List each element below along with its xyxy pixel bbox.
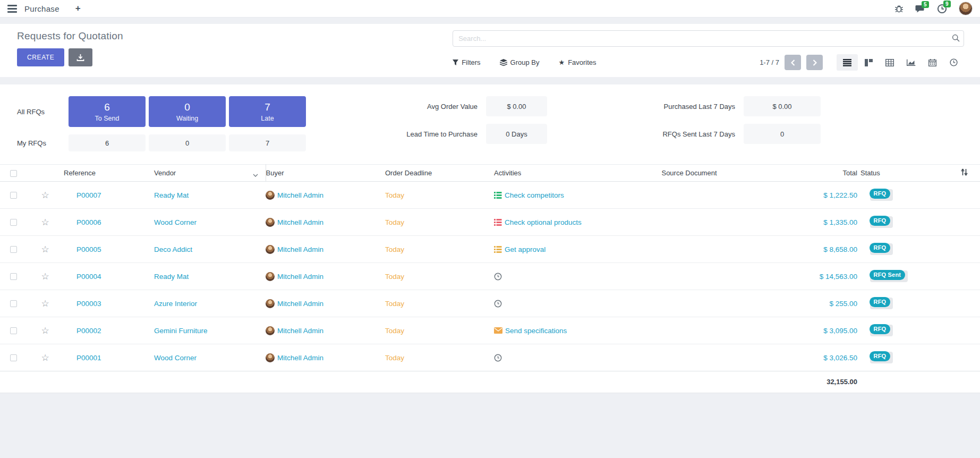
reference-link[interactable]: P00003 <box>76 300 101 308</box>
my-late-tile[interactable]: 7 <box>229 134 306 151</box>
new-tab-button[interactable]: + <box>75 3 81 14</box>
all-late-tile[interactable]: 7 Late <box>229 96 306 127</box>
buyer-link[interactable]: Mitchell Admin <box>277 191 323 199</box>
buyer-link[interactable]: Mitchell Admin <box>277 245 323 253</box>
table-footer-row: 32,155.00 <box>0 371 980 393</box>
activity-button[interactable]: Check optional products <box>494 218 627 226</box>
table-row[interactable]: ☆P00005Deco AddictMitchell AdminTodayGet… <box>0 236 980 263</box>
reference-link[interactable]: P00004 <box>76 273 101 281</box>
clock-activity-icon <box>494 354 502 362</box>
header-total[interactable]: Total <box>752 165 860 182</box>
select-all-checkbox[interactable] <box>10 170 17 177</box>
reference-link[interactable]: P00002 <box>76 327 101 335</box>
favorites-button[interactable]: ★ Favorites <box>558 58 596 66</box>
table-row[interactable]: ☆P00001Wood CornerMitchell AdminToday$ 3… <box>0 344 980 371</box>
table-row[interactable]: ☆P00004Ready MatMitchell AdminToday$ 14,… <box>0 263 980 290</box>
header-vendor[interactable]: Vendor <box>154 165 266 182</box>
vendor-link[interactable]: Gemini Furniture <box>154 327 208 335</box>
row-checkbox[interactable] <box>10 219 17 226</box>
view-graph-button[interactable] <box>900 54 922 71</box>
buyer-link[interactable]: Mitchell Admin <box>277 300 323 308</box>
favorite-star-icon[interactable]: ☆ <box>41 272 49 282</box>
debug-bug-icon[interactable] <box>894 4 904 13</box>
activity-button[interactable]: Send specifications <box>494 327 627 335</box>
sort-caret-icon <box>253 171 258 179</box>
view-kanban-button[interactable] <box>858 54 879 71</box>
view-calendar-button[interactable] <box>922 54 943 71</box>
pager-range: 1-7 / 7 <box>760 58 779 66</box>
status-badge: RFQ Sent <box>870 270 908 282</box>
favorite-star-icon[interactable]: ☆ <box>41 326 49 336</box>
user-avatar[interactable] <box>959 2 973 15</box>
create-button[interactable]: CREATE <box>17 48 64 66</box>
row-checkbox[interactable] <box>10 192 17 199</box>
pager-previous-button[interactable] <box>785 55 801 70</box>
row-checkbox[interactable] <box>10 246 17 253</box>
table-row[interactable]: ☆P00002Gemini FurnitureMitchell AdminTod… <box>0 317 980 344</box>
apps-menu-icon[interactable] <box>7 5 17 13</box>
buyer-link[interactable]: Mitchell Admin <box>277 218 323 226</box>
favorite-star-icon[interactable]: ☆ <box>41 244 49 255</box>
header-reference[interactable]: Reference <box>64 165 154 182</box>
vendor-link[interactable]: Wood Corner <box>154 354 197 362</box>
activities-badge: 9 <box>943 1 951 7</box>
source-document <box>627 182 752 209</box>
reference-link[interactable]: P00001 <box>76 354 101 362</box>
table-row[interactable]: ☆P00007Ready MatMitchell AdminTodayCheck… <box>0 182 980 209</box>
activity-button[interactable] <box>494 354 627 362</box>
my-to-send-tile[interactable]: 6 <box>69 134 146 151</box>
search-icon[interactable] <box>952 34 960 44</box>
header-source-document[interactable]: Source Document <box>627 165 752 182</box>
activity-button[interactable]: Get approval <box>494 245 627 253</box>
activity-button[interactable] <box>494 300 627 308</box>
activity-button[interactable] <box>494 273 627 281</box>
vendor-link[interactable]: Ready Mat <box>154 273 189 281</box>
filters-button[interactable]: Filters <box>453 58 480 66</box>
table-row[interactable]: ☆P00003Azure InteriorMitchell AdminToday… <box>0 290 980 317</box>
activity-button[interactable]: Check competitors <box>494 191 627 199</box>
activities-clock-icon[interactable]: 9 <box>937 4 947 14</box>
all-to-send-tile[interactable]: 6 To Send <box>69 96 146 127</box>
view-list-button[interactable] <box>837 54 858 71</box>
view-activity-button[interactable] <box>943 54 964 71</box>
app-name[interactable]: Purchase <box>24 4 59 13</box>
pager-next-button[interactable] <box>806 55 823 70</box>
buyer-link[interactable]: Mitchell Admin <box>277 327 323 335</box>
view-pivot-button[interactable] <box>879 54 900 71</box>
row-checkbox[interactable] <box>10 273 17 280</box>
header-activities[interactable]: Activities <box>494 165 627 182</box>
header-buyer[interactable]: Buyer <box>266 165 385 182</box>
all-waiting-tile[interactable]: 0 Waiting <box>149 96 226 127</box>
messages-icon[interactable]: 5 <box>915 4 925 13</box>
buyer-link[interactable]: Mitchell Admin <box>277 273 323 281</box>
vendor-link[interactable]: Ready Mat <box>154 191 189 199</box>
favorite-star-icon[interactable]: ☆ <box>41 353 49 363</box>
avg-order-value: $ 0.00 <box>486 96 547 116</box>
status-badge: RFQ <box>870 243 893 255</box>
buyer-avatar <box>266 326 275 335</box>
group-by-button[interactable]: Group By <box>500 58 540 66</box>
vendor-link[interactable]: Deco Addict <box>154 245 192 253</box>
table-row[interactable]: ☆P00006Wood CornerMitchell AdminTodayChe… <box>0 209 980 236</box>
total-amount: $ 8,658.00 <box>752 236 860 263</box>
import-button[interactable] <box>69 48 92 66</box>
vendor-link[interactable]: Wood Corner <box>154 218 197 226</box>
row-checkbox[interactable] <box>10 354 17 361</box>
search-input[interactable] <box>453 30 964 47</box>
reference-link[interactable]: P00006 <box>76 218 101 226</box>
reference-link[interactable]: P00005 <box>76 245 101 253</box>
reference-link[interactable]: P00007 <box>76 191 101 199</box>
buyer-link[interactable]: Mitchell Admin <box>277 354 323 362</box>
row-checkbox[interactable] <box>10 327 17 334</box>
row-checkbox[interactable] <box>10 300 17 307</box>
optional-columns-icon[interactable] <box>960 169 968 177</box>
header-status[interactable]: Status <box>860 165 922 182</box>
favorite-star-icon[interactable]: ☆ <box>41 190 49 200</box>
lead-time-label: Lead Time to Purchase <box>353 130 486 138</box>
rfq-list-table: Reference Vendor Buyer Order Deadline Ac… <box>0 164 980 393</box>
header-order-deadline[interactable]: Order Deadline <box>385 165 494 182</box>
favorite-star-icon[interactable]: ☆ <box>41 217 49 227</box>
my-waiting-tile[interactable]: 0 <box>149 134 226 151</box>
favorite-star-icon[interactable]: ☆ <box>41 299 49 309</box>
vendor-link[interactable]: Azure Interior <box>154 300 197 308</box>
